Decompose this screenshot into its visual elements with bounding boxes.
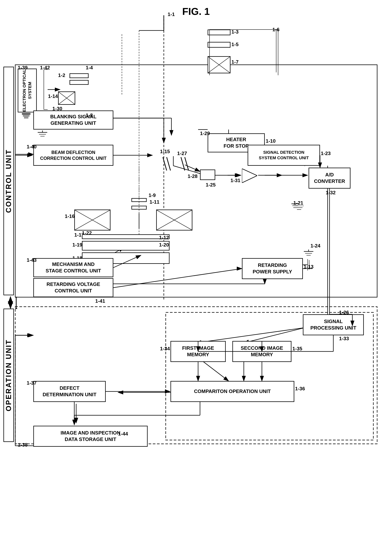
ref-1-2: 1-2 xyxy=(58,72,65,78)
ad-converter-label: A/DCONVERTER xyxy=(314,172,345,185)
ref-1-5: 1-5 xyxy=(231,42,239,47)
ref-1-33: 1-33 xyxy=(339,336,349,342)
svg-marker-74 xyxy=(242,169,257,183)
signal-detection-box: SIGNAL DETECTIONSYSTEM CONTROL UNIT xyxy=(248,145,320,166)
diagram-container: FIG. 1 xyxy=(0,0,392,549)
component-1-7 xyxy=(208,56,231,73)
svg-line-72 xyxy=(181,157,185,170)
ref-1-7: 1-7 xyxy=(231,59,239,65)
ref-1-8: 1-8 xyxy=(86,113,93,118)
ref-1-29: 1-29 xyxy=(200,130,210,136)
defect-determination-label: DEFECTDETERMINATION UNIT xyxy=(43,385,97,398)
ref-1-24: 1-24 xyxy=(310,243,320,249)
amplifier xyxy=(242,169,257,184)
retarding-voltage-box: RETARDING VOLTAGECONTROL UNIT xyxy=(33,278,113,297)
component-1-3 xyxy=(208,29,231,35)
ref-1-12: 1-12 xyxy=(159,235,169,241)
figure-title: FIG. 1 xyxy=(182,6,210,17)
svg-line-73 xyxy=(185,157,189,170)
ref-1-44: 1-44 xyxy=(118,431,128,437)
ref-1-43: 1-43 xyxy=(27,257,37,263)
ref-1-22: 1-22 xyxy=(82,230,92,236)
control-unit-label: CONTROL UNIT xyxy=(5,149,13,213)
signal-processing-label: SIGNALPROCESSING UNIT xyxy=(310,318,356,331)
ref-1-1: 1-1 xyxy=(168,11,175,17)
second-image-memory-label: SECCOND IMAGEMEMORY xyxy=(241,345,283,358)
ref-1-27: 1-27 xyxy=(177,150,187,156)
comparison-operation-box: COMPARITON OPERATION UNIT xyxy=(170,381,294,402)
svg-line-71 xyxy=(167,157,170,170)
heater-stop-label: HEATERFOR STOP xyxy=(224,136,249,149)
ref-1-16: 1-16 xyxy=(65,213,75,219)
ref-1-25: 1-25 xyxy=(206,182,216,188)
retarding-voltage-label: RETARDING VOLTAGECONTROL UNIT xyxy=(47,281,100,294)
ref-1-35: 1-35 xyxy=(292,346,302,352)
ref-1-14: 1-14 xyxy=(48,93,58,99)
ground-1-24 xyxy=(303,250,314,257)
ref-1-32: 1-32 xyxy=(326,190,336,196)
ref-1-31: 1-31 xyxy=(231,177,240,183)
component-1-2b xyxy=(70,80,89,85)
ref-1-23: 1-23 xyxy=(321,150,331,156)
svg-line-35 xyxy=(196,328,305,343)
retarding-power-label: RETARDINGPOWER SUPPLY xyxy=(252,262,292,275)
ref-1-21: 1-21 xyxy=(293,200,303,206)
ref-1-15: 1-15 xyxy=(160,148,170,155)
ref-1-39: 1-39 xyxy=(18,65,28,71)
image-inspection-box: IMAGE AND INSPECTIONDATA STORAGE UNIT xyxy=(33,426,148,447)
svg-line-36 xyxy=(244,328,305,343)
component-1-11-bot xyxy=(131,206,147,210)
ref-1-11: 1-11 xyxy=(149,199,159,205)
ref-1-20: 1-20 xyxy=(159,242,169,248)
mechanism-stage-label: MECHANISM ANDSTAGE CONTROL UNIT xyxy=(46,261,101,274)
electron-optical-system-box: ELECTRON OPTICAL SYSTEM xyxy=(18,69,37,113)
ref-1-38: 1-38 xyxy=(18,442,28,448)
ref-1-41: 1-41 xyxy=(95,298,105,304)
ref-1-28: 1-28 xyxy=(188,173,197,179)
ref-1-42: 1-42 xyxy=(40,65,50,71)
component-1-11-top xyxy=(131,198,147,202)
ad-converter-box: A/DCONVERTER xyxy=(308,168,350,189)
operation-unit-label: OPERATION UNIT xyxy=(5,339,13,411)
deflector-1-15 xyxy=(161,156,174,172)
component-1-16 xyxy=(74,210,111,231)
component-1-14 xyxy=(58,92,75,105)
component-1-19 xyxy=(82,241,169,251)
component-1-25 xyxy=(200,169,215,180)
ref-1-36: 1-36 xyxy=(295,386,305,392)
first-image-memory-box: FIRST IMAGEMEMORY xyxy=(170,341,226,362)
ref-1-19: 1-19 xyxy=(72,242,82,248)
svg-line-107 xyxy=(113,269,242,288)
defect-determination-box: DEFECTDETERMINATION UNIT xyxy=(33,381,106,402)
signal-detection-label: SIGNAL DETECTIONSYSTEM CONTROL UNIT xyxy=(259,150,309,161)
ref-1-13: 1-13 xyxy=(304,264,314,270)
deflector-1-27 xyxy=(179,156,192,172)
component-1-9-box xyxy=(156,210,192,231)
beam-deflection-label: BEAM DEFLECTIONCORRECTION CONTROL UNIT xyxy=(40,149,107,161)
ground-blanking xyxy=(37,130,48,138)
ref-1-10: 1-10 xyxy=(266,138,276,144)
component-1-5 xyxy=(208,42,231,48)
second-image-memory-box: SECCOND IMAGEMEMORY xyxy=(232,341,291,362)
retarding-power-box: RETARDINGPOWER SUPPLY xyxy=(242,258,303,279)
blanking-signal-box: BLANKING SIGNALGENERATING UNIT xyxy=(33,111,113,130)
ref-1-37: 1-37 xyxy=(27,380,37,386)
ref-1-9: 1-9 xyxy=(149,192,156,198)
svg-line-70 xyxy=(163,157,167,170)
ground-1-21 xyxy=(293,206,305,213)
ref-1-6: 1-6 xyxy=(272,27,280,33)
comparison-operation-label: COMPARITON OPERATION UNIT xyxy=(194,388,271,395)
eos-label: ELECTRON OPTICAL SYSTEM xyxy=(22,69,33,112)
ref-1-34: 1-34 xyxy=(160,346,170,352)
signal-processing-box: SIGNALPROCESSING UNIT xyxy=(303,314,364,335)
beam-deflection-box: BEAM DEFLECTIONCORRECTION CONTROL UNIT xyxy=(33,145,113,166)
ref-1-40: 1-40 xyxy=(27,144,37,150)
component-1-2a xyxy=(70,73,89,78)
ref-1-3: 1-3 xyxy=(231,29,239,35)
arrow-defect-to-comparison xyxy=(106,381,171,403)
ref-1-4: 1-4 xyxy=(86,65,93,71)
control-unit-box: CONTROL UNIT xyxy=(3,67,14,295)
mechanism-stage-box: MECHANISM ANDSTAGE CONTROL UNIT xyxy=(33,258,113,277)
component-1-22 xyxy=(82,234,169,239)
image-inspection-label: IMAGE AND INSPECTIONDATA STORAGE UNIT xyxy=(61,430,120,443)
